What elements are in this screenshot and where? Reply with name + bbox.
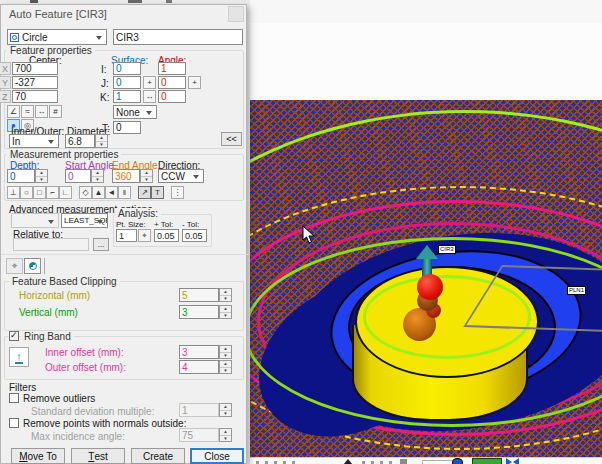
max-incidence-spinner xyxy=(219,428,232,442)
more-options-icon[interactable]: ⋮ xyxy=(171,186,184,199)
dialog-title: Auto Feature [CIR3] xyxy=(9,9,107,20)
pt-size-pick-icon[interactable]: ⌖ xyxy=(138,229,151,242)
ring-band-checkbox[interactable] xyxy=(9,331,19,341)
angle-vector-pick-button[interactable]: + xyxy=(188,76,201,89)
meas-strategy-icon-1[interactable]: ⊥ xyxy=(7,186,20,199)
vertical-input[interactable]: 3 xyxy=(179,305,219,319)
outer-offset-spinner[interactable] xyxy=(219,360,232,374)
feature-name-input[interactable]: CIR3 xyxy=(113,29,243,45)
close-button[interactable]: Close xyxy=(190,448,244,464)
max-incidence-input: 75 xyxy=(179,428,219,442)
feature-label[interactable]: CIR3 xyxy=(438,245,456,254)
remove-outliers-label: Remove outliers xyxy=(23,393,95,404)
filter-combo-disabled xyxy=(11,213,59,228)
inner-offset-spinner[interactable] xyxy=(219,345,232,359)
z-axis-badge: Z xyxy=(0,90,11,103)
create-button[interactable]: Create xyxy=(131,448,185,464)
std-dev-spinner xyxy=(219,403,232,417)
end-angle-input[interactable]: 360 xyxy=(112,169,140,183)
move-to-button[interactable]: Move To xyxy=(11,448,65,464)
plane-label[interactable]: PLN1 xyxy=(567,286,586,295)
feature-type-combo[interactable]: Circle xyxy=(7,29,107,45)
diameter-input[interactable]: 6.8 xyxy=(65,134,95,148)
point-toggle-icon[interactable]: T xyxy=(151,186,164,199)
collapse-button[interactable]: << xyxy=(221,132,242,146)
depth-spinner[interactable] xyxy=(35,169,48,183)
vertical-spinner[interactable] xyxy=(219,305,232,319)
i-label: I: xyxy=(101,64,107,75)
meas-strategy-icon-2[interactable]: ○ xyxy=(20,186,33,199)
center-y-input[interactable]: -327 xyxy=(12,76,58,89)
t-input[interactable]: 0 xyxy=(113,121,141,134)
dialog-titlebar-button[interactable] xyxy=(228,6,244,22)
cropped-app-fragment xyxy=(30,0,38,3)
start-angle-input[interactable]: 0 xyxy=(65,169,91,183)
direction-combo[interactable]: CCW xyxy=(158,169,204,183)
target-values-icon[interactable]: ↔ xyxy=(35,105,48,118)
angle-i-input[interactable]: 1 xyxy=(158,62,186,75)
toolbar-fragment-triangle xyxy=(343,459,353,464)
surface-i-input[interactable]: 0 xyxy=(113,62,141,75)
angle-k-input[interactable]: 0 xyxy=(158,90,186,103)
toolbar-fragment-blue-circle xyxy=(452,458,463,464)
std-dev-label: Standard deviation multiple: xyxy=(31,406,154,417)
max-incidence-label: Max incidence angle: xyxy=(31,431,125,442)
end-angle-spinner[interactable] xyxy=(140,169,153,183)
diameter-spinner[interactable] xyxy=(95,134,108,148)
inner-offset-input[interactable]: 3 xyxy=(179,345,219,359)
surface-j-input[interactable]: 0 xyxy=(113,76,141,89)
viewport-top-chrome xyxy=(250,0,602,24)
toolbar-fragment-lock xyxy=(400,459,407,464)
toolbar-fragment-field xyxy=(422,460,454,464)
remove-normals-checkbox[interactable] xyxy=(9,418,19,428)
surface-flip-button[interactable]: ↔ xyxy=(143,90,156,103)
tab-probe-options[interactable]: ⌖ xyxy=(6,258,23,274)
horizontal-input[interactable]: 5 xyxy=(179,288,219,302)
meas-strategy-icon-3[interactable]: □ xyxy=(33,186,46,199)
normal-combo[interactable]: None xyxy=(113,105,157,119)
meas-option-icon-4[interactable]: ‖ xyxy=(118,186,131,199)
inner-outer-combo[interactable]: In xyxy=(9,134,59,148)
measurement-properties-title: Measurement properties xyxy=(7,149,121,160)
meas-strategy-icon-4[interactable]: ⌐ xyxy=(46,186,59,199)
relative-to-browse-button[interactable]: ... xyxy=(93,238,109,251)
y-axis-badge: Y xyxy=(0,76,11,89)
center-x-input[interactable]: 700 xyxy=(12,62,58,75)
surface-vector-pick-button[interactable]: + xyxy=(143,76,156,89)
center-z-input[interactable]: 70 xyxy=(12,90,58,103)
minus-tol-input[interactable]: 0.05 xyxy=(182,229,207,242)
start-angle-spinner[interactable] xyxy=(91,169,104,183)
algorithm-combo[interactable]: LEAST_SQR xyxy=(61,213,108,228)
auto-feature-dialog: Auto Feature [CIR3] Circle CIR3 Feature … xyxy=(0,4,247,464)
plus-tol-input[interactable]: 0.05 xyxy=(154,229,179,242)
grid-snap-icon[interactable]: # xyxy=(49,105,62,118)
theo-values-icon[interactable]: ∠ xyxy=(7,105,20,118)
surface-k-input[interactable]: 1 xyxy=(113,90,141,103)
inner-offset-label: Inner offset (mm): xyxy=(45,347,124,358)
j-label: J: xyxy=(101,78,109,89)
tab-clipping[interactable] xyxy=(24,258,41,274)
test-button[interactable]: Test xyxy=(71,448,125,464)
viewport-canvas[interactable]: PLN1 CIR3 xyxy=(250,23,602,457)
meas-values-icon[interactable]: ≈ xyxy=(21,105,34,118)
std-dev-input: 1 xyxy=(179,403,219,417)
depth-input[interactable]: 0 xyxy=(7,169,35,183)
analysis-title: Analysis: xyxy=(115,208,161,219)
angle-j-input[interactable]: 0 xyxy=(158,76,186,89)
meas-option-icon-2[interactable]: ▲ xyxy=(92,186,105,199)
path-toggle-icon[interactable]: ↗ xyxy=(138,186,151,199)
ring-band-direction-icon[interactable]: ↑ xyxy=(9,347,29,367)
tab-strip-separator xyxy=(1,254,248,255)
vertical-label: Vertical (mm) xyxy=(19,307,78,318)
feature-type-value: Circle xyxy=(22,32,48,43)
probe-ball-red xyxy=(417,274,443,300)
meas-option-icon-1[interactable]: ◇ xyxy=(79,186,92,199)
toolbar-fragment-green-button xyxy=(472,458,502,464)
horizontal-spinner[interactable] xyxy=(219,288,232,302)
remove-outliers-checkbox[interactable] xyxy=(9,393,19,403)
outer-offset-input[interactable]: 4 xyxy=(179,360,219,374)
pt-size-input[interactable]: 1 xyxy=(116,229,137,242)
meas-option-icon-3[interactable]: ◄ xyxy=(105,186,118,199)
remove-normals-label: Remove points with normals outside: xyxy=(23,418,186,429)
meas-strategy-icon-5[interactable]: ∟ xyxy=(59,186,72,199)
